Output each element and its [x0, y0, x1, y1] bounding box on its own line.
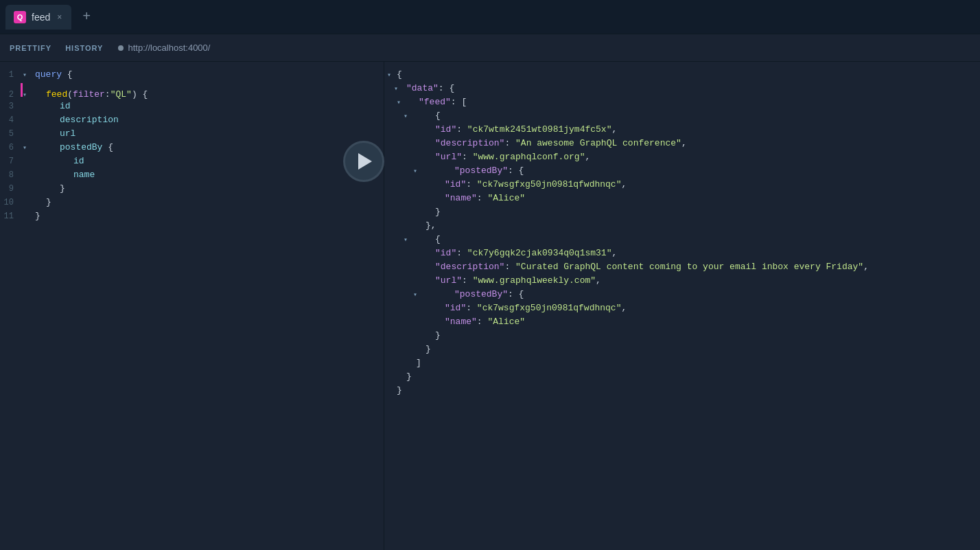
- prettify-button[interactable]: PRETTIFY: [8, 41, 53, 55]
- json-line-item2-postedby-id: "id": "ck7wsgfxg50jn0981qfwdhnqc",: [384, 302, 980, 316]
- code-line-7: 7 id: [0, 155, 384, 169]
- json-line-item2-id: "id": "ck7y6gqk2cjak0934q0q1sm31",: [384, 247, 980, 261]
- line-num-10: 10: [0, 198, 21, 207]
- json-fold-item2-postedby[interactable]: ▾: [384, 290, 413, 299]
- code-4: description: [32, 115, 119, 125]
- json-item2-url-val: "url": "www.graphqlweekly.com",: [394, 275, 601, 286]
- json-item1-desc-val: "description": "An awesome GraphQL confe…: [394, 138, 687, 148]
- json-item2-brace: {: [404, 234, 441, 244]
- tab-close-button[interactable]: ×: [56, 11, 63, 23]
- line-num-5: 5: [0, 129, 21, 139]
- line-num-6: 6: [0, 143, 21, 152]
- line-num-3: 3: [0, 102, 21, 111]
- code-line-8: 8 name: [0, 169, 384, 183]
- json-item2-postedby-key: "postedBy": {: [413, 289, 524, 299]
- json-root-brace-close: }: [394, 385, 402, 396]
- code-3: id: [32, 101, 71, 111]
- run-query-button[interactable]: [343, 141, 384, 182]
- json-fold-item2[interactable]: ▾: [384, 236, 404, 244]
- url-text: http://localhost:4000/: [128, 43, 210, 53]
- json-fold-root[interactable]: ▾: [384, 71, 394, 79]
- code-line-10: 10 }: [0, 196, 384, 210]
- code-line-11: 11 }: [0, 210, 384, 224]
- code-1: query {: [32, 69, 73, 80]
- editor-panel[interactable]: 1 ▾ query { 2 ▾ feed(filter:"QL") { 3 id…: [0, 62, 384, 550]
- json-root-brace: {: [394, 69, 402, 80]
- new-tab-button[interactable]: +: [75, 6, 97, 28]
- json-item1-pb-brace-close: }: [394, 207, 441, 217]
- json-item1-brace: {: [404, 111, 441, 121]
- json-line-item1-open: ▾ {: [384, 110, 980, 124]
- json-line-item1-close: },: [384, 220, 980, 233]
- code-6: postedBy {: [32, 142, 113, 152]
- line-num-7: 7: [0, 157, 21, 166]
- json-fold-data[interactable]: ▾: [384, 84, 394, 93]
- json-item2-id-val: "id": "ck7y6gqk2cjak0934q0q1sm31",: [394, 248, 617, 258]
- json-item2-desc-val: "description": "Curated GraphQL content …: [394, 262, 869, 272]
- json-line-item2-postedby: ▾ "postedBy": {: [384, 288, 980, 302]
- json-feed-bracket-close: ]: [394, 358, 421, 368]
- json-line-item2-url: "url": "www.graphqlweekly.com",: [384, 275, 980, 288]
- code-line-4: 4 description: [0, 114, 384, 128]
- tab-label: feed: [32, 12, 50, 23]
- json-line-item2-postedby-name: "name": "Alice": [384, 316, 980, 330]
- json-data-brace-close: }: [394, 371, 412, 382]
- json-line-item2-pb-close: }: [384, 330, 980, 343]
- json-fold-item1-postedby[interactable]: ▾: [384, 167, 413, 175]
- line-num-2: 2: [0, 90, 21, 100]
- fold-6[interactable]: ▾: [23, 144, 32, 152]
- line-num-8: 8: [0, 170, 21, 180]
- code-line-5: 5 url: [0, 128, 384, 141]
- url-bar: http://localhost:4000/: [118, 43, 210, 53]
- json-line-item1-url: "url": "www.graphqlconf.org",: [384, 151, 980, 165]
- json-item1-postedby-key: "postedBy": {: [413, 165, 524, 176]
- code-line-1: 1 ▾ query {: [0, 69, 384, 82]
- json-item1-id-val: "id": "ck7wtmk2451wt0981jym4fc5x",: [394, 124, 617, 135]
- code-9: }: [32, 183, 65, 194]
- code-11: }: [32, 211, 40, 221]
- line-num-4: 4: [0, 115, 21, 125]
- json-item1-url-val: "url": "www.graphqlconf.org",: [394, 152, 590, 162]
- json-line-item1-postedby-id: "id": "ck7wsgfxg50jn0981qfwdhnqc",: [384, 179, 980, 192]
- json-fold-feed[interactable]: ▾: [384, 98, 397, 106]
- code-7: id: [32, 156, 84, 166]
- code-5: url: [32, 128, 75, 139]
- code-10: }: [32, 197, 51, 207]
- fold-2[interactable]: ▾: [23, 91, 32, 99]
- toolbar: PRETTIFY HISTORY http://localhost:4000/: [0, 34, 980, 62]
- history-button[interactable]: HISTORY: [64, 41, 104, 55]
- tab-bar: Q feed × +: [0, 0, 980, 34]
- line-num-1: 1: [0, 70, 21, 80]
- json-line-item1-postedby: ▾ "postedBy": {: [384, 165, 980, 179]
- code-line-3: 3 id: [0, 100, 384, 114]
- url-dot-icon: [118, 45, 124, 51]
- json-item1-pb-id-val: "id": "ck7wsgfxg50jn0981qfwdhnqc",: [394, 179, 627, 190]
- main-area: 1 ▾ query { 2 ▾ feed(filter:"QL") { 3 id…: [0, 62, 980, 550]
- code-line-2: 2 ▾ feed(filter:"QL") {: [0, 82, 384, 100]
- json-feed-key: "feed": [: [397, 97, 467, 107]
- json-line-item1-desc: "description": "An awesome GraphQL confe…: [384, 137, 980, 151]
- json-line-root-open: ▾ {: [384, 69, 980, 82]
- json-line-item2-desc: "description": "Curated GraphQL content …: [384, 261, 980, 275]
- json-line-data-close: }: [384, 371, 980, 385]
- fold-1[interactable]: ▾: [23, 71, 32, 79]
- code-line-9: 9 }: [0, 183, 384, 196]
- code-2: feed(filter:"QL") {: [32, 89, 148, 100]
- tab-icon: Q: [14, 11, 26, 23]
- json-item2-pb-id-val: "id": "ck7wsgfxg50jn0981qfwdhnqc",: [394, 303, 627, 313]
- tab-feed[interactable]: Q feed ×: [5, 5, 71, 30]
- json-item1-brace-close: },: [394, 220, 436, 231]
- output-panel: ▾ { ▾ "data": { ▾ "feed": [ ▾ { "id": "c…: [384, 62, 980, 550]
- json-fold-item1[interactable]: ▾: [384, 112, 404, 120]
- line-num-9: 9: [0, 184, 21, 194]
- json-line-item1-pb-close: }: [384, 206, 980, 220]
- line-num-11: 11: [0, 211, 21, 221]
- json-line-item1-id: "id": "ck7wtmk2451wt0981jym4fc5x",: [384, 124, 980, 137]
- json-item2-pb-name-val: "name": "Alice": [394, 317, 525, 327]
- json-line-feed: ▾ "feed": [: [384, 96, 980, 110]
- json-line-feed-close: ]: [384, 357, 980, 371]
- json-line-item2-close: }: [384, 343, 980, 357]
- code-line-6: 6 ▾ postedBy {: [0, 141, 384, 155]
- code-8: name: [32, 170, 95, 180]
- json-line-root-close: }: [384, 385, 980, 398]
